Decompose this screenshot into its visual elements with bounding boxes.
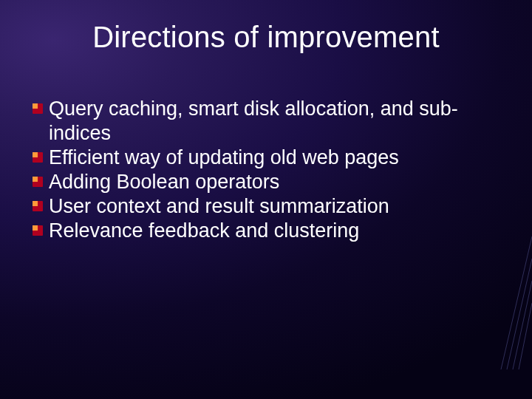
bullet-icon	[33, 225, 43, 236]
bullet-text: Query caching, smart disk allocation, an…	[49, 97, 488, 146]
slide-container: Directions of improvement Query caching,…	[0, 0, 532, 399]
svg-line-2	[513, 281, 532, 369]
list-item: Adding Boolean operators	[33, 170, 488, 194]
bullet-icon	[33, 177, 43, 187]
bullet-icon	[33, 201, 43, 211]
bullet-text: Efficient way of updating old web pages	[49, 146, 399, 170]
bullet-icon	[33, 103, 43, 114]
slide-content: Query caching, smart disk allocation, an…	[33, 97, 488, 243]
bullet-text: Relevance feedback and clustering	[49, 219, 359, 243]
list-item: Efficient way of updating old web pages	[33, 146, 488, 170]
decorative-lines	[488, 236, 532, 369]
bullet-icon	[33, 152, 43, 163]
bullet-text: Adding Boolean operators	[49, 170, 279, 194]
svg-line-1	[507, 259, 532, 369]
list-item: Relevance feedback and clustering	[33, 219, 488, 243]
svg-line-3	[519, 303, 532, 369]
slide-title: Directions of improvement	[0, 0, 532, 54]
list-item: Query caching, smart disk allocation, an…	[33, 97, 488, 146]
bullet-text: User context and result summarization	[49, 194, 389, 219]
svg-line-0	[501, 236, 532, 369]
list-item: User context and result summarization	[33, 194, 488, 219]
